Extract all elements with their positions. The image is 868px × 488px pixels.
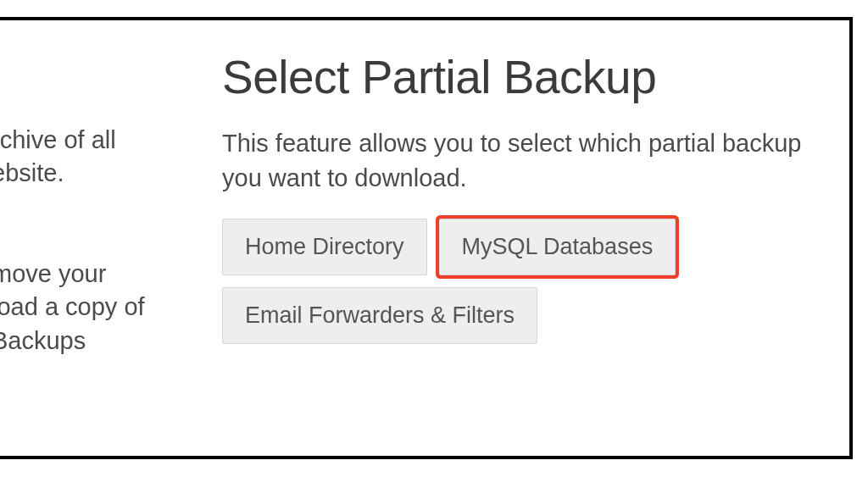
left-paragraph-1: rchive of all ebsite. bbox=[0, 124, 153, 190]
text-fragment: move your bbox=[0, 260, 106, 287]
left-paragraph-2: move your load a copy of Backups bbox=[0, 258, 153, 357]
section-heading: Select Partial Backup bbox=[222, 51, 807, 104]
mysql-databases-button[interactable]: MySQL Databases bbox=[439, 219, 676, 275]
partial-backup-section: Select Partial Backup This feature allow… bbox=[222, 51, 807, 344]
text-fragment: rchive of all bbox=[0, 126, 116, 153]
partial-backup-button-row: Home Directory MySQL Databases Email For… bbox=[222, 219, 807, 344]
text-fragment: Backups bbox=[0, 327, 86, 354]
text-fragment: load a copy of bbox=[0, 293, 145, 320]
text-fragment: ebsite. bbox=[0, 159, 64, 186]
left-truncated-column: rchive of all ebsite. move your load a c… bbox=[0, 124, 153, 425]
section-description: This feature allows you to select which … bbox=[222, 126, 807, 195]
content-frame: rchive of all ebsite. move your load a c… bbox=[0, 17, 853, 459]
home-directory-button[interactable]: Home Directory bbox=[222, 219, 427, 275]
email-forwarders-filters-button[interactable]: Email Forwarders & Filters bbox=[222, 287, 537, 344]
